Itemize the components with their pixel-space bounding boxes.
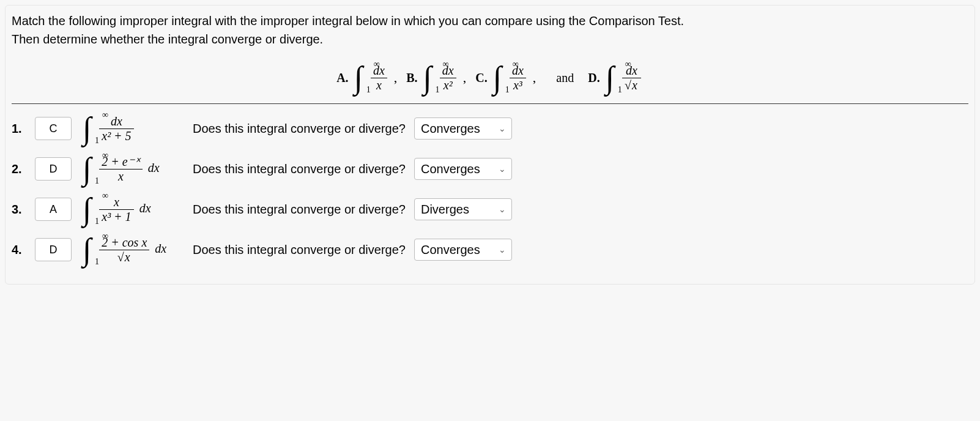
option-D-label: D. <box>588 71 600 85</box>
integral-icon: ∫ <box>83 234 91 266</box>
int-upper: ∞ <box>102 231 108 241</box>
int-lower: 1 <box>95 176 99 186</box>
dx: dx <box>148 161 160 174</box>
int-upper: ∞ <box>513 59 519 69</box>
option-C-label: C. <box>475 71 487 85</box>
converge-select[interactable]: ConvergesDiverges <box>414 158 512 180</box>
comma: , <box>463 70 467 86</box>
match-answer-input[interactable] <box>35 238 72 261</box>
integral-4: ∫ ∞ 1 2 + cos x x dx <box>80 234 184 266</box>
question-number: 1. <box>12 122 26 136</box>
integral-icon: ∫ <box>606 62 614 94</box>
int-upper: ∞ <box>102 110 108 120</box>
frac-den: x <box>622 78 641 92</box>
frac-den: x <box>371 78 387 92</box>
converge-select-wrap: ConvergesDiverges ⌄ <box>414 117 512 140</box>
instructions-line-1: Match the following improper integral wi… <box>12 14 684 28</box>
converge-select-wrap: ConvergesDiverges ⌄ <box>414 158 512 180</box>
option-B-label: B. <box>406 71 417 85</box>
integral-icon: ∫ <box>83 113 91 144</box>
int-lower: 1 <box>95 217 99 226</box>
question-number: 4. <box>12 243 26 257</box>
option-A-integral: ∫ ∞ 1 <box>354 62 363 94</box>
option-D-integral: ∫ ∞ 1 <box>606 62 614 94</box>
integral-1: ∫ ∞ 1 dx x² + 5 <box>80 113 184 144</box>
question-row-4: 4. ∫ ∞ 1 2 + cos x x dx Does this integr… <box>12 234 968 266</box>
separator <box>12 103 968 104</box>
converge-question: Does this integral converge or diverge? <box>193 122 406 136</box>
match-answer-input[interactable] <box>35 117 72 140</box>
int-upper: ∞ <box>102 151 108 160</box>
comma: , <box>394 70 398 86</box>
option-B-integral: ∫ ∞ 1 <box>423 62 432 94</box>
frac-den: x² <box>440 78 456 92</box>
converge-select[interactable]: ConvergesDiverges <box>414 198 512 220</box>
integral-icon: ∫ <box>83 193 91 225</box>
question-panel: Match the following improper integral wi… <box>5 5 975 285</box>
int-lower: 1 <box>436 85 440 95</box>
comma: , <box>533 70 536 86</box>
instructions-line-2: Then determine whether the integral conv… <box>12 32 323 46</box>
match-answer-input[interactable] <box>35 198 72 221</box>
question-row-1: 1. ∫ ∞ 1 dx x² + 5 Does this integral co… <box>12 113 968 144</box>
integral-icon: ∫ <box>354 62 363 94</box>
int-lower: 1 <box>95 136 99 146</box>
integral-icon: ∫ <box>493 62 502 94</box>
comparison-options: A. ∫ ∞ 1 dx x , B. ∫ ∞ 1 dx x² , C. ∫ ∞ … <box>12 62 968 94</box>
dx: dx <box>139 201 151 215</box>
frac-den: x³ <box>510 78 526 92</box>
option-A-label: A. <box>336 71 348 85</box>
sqrt-icon: x <box>117 250 132 264</box>
question-row-2: 2. ∫ ∞ 1 2 + e⁻ˣ x dx Does this integral… <box>12 153 968 185</box>
sqrt-icon: x <box>625 78 639 92</box>
int-upper: ∞ <box>374 59 380 69</box>
and-word: and <box>556 71 574 85</box>
integral-3: ∫ ∞ 1 x x³ + 1 dx <box>80 193 184 225</box>
int-upper: ∞ <box>443 59 449 69</box>
converge-select-wrap: ConvergesDiverges ⌄ <box>414 198 512 220</box>
frac-den: x² + 5 <box>99 129 133 143</box>
converge-select-wrap: ConvergesDiverges ⌄ <box>414 239 512 261</box>
int-upper: ∞ <box>625 59 631 69</box>
int-lower: 1 <box>618 85 622 95</box>
int-lower: 1 <box>505 85 510 95</box>
instructions: Match the following improper integral wi… <box>12 12 968 48</box>
converge-question: Does this integral converge or diverge? <box>193 243 406 257</box>
match-answer-input[interactable] <box>35 157 72 181</box>
integral-icon: ∫ <box>423 62 432 94</box>
int-lower: 1 <box>95 257 99 267</box>
question-number: 3. <box>12 203 26 217</box>
integral-icon: ∫ <box>83 153 91 185</box>
converge-question: Does this integral converge or diverge? <box>193 162 406 176</box>
frac-den: x <box>99 250 149 264</box>
question-number: 2. <box>12 162 26 176</box>
converge-select[interactable]: ConvergesDiverges <box>414 239 512 261</box>
dx: dx <box>155 242 166 255</box>
frac-den: x <box>99 169 142 184</box>
int-upper: ∞ <box>102 191 108 201</box>
converge-question: Does this integral converge or diverge? <box>193 203 406 217</box>
frac-den: x³ + 1 <box>99 209 133 224</box>
converge-select[interactable]: ConvergesDiverges <box>414 117 512 140</box>
question-row-3: 3. ∫ ∞ 1 x x³ + 1 dx Does this integral … <box>12 193 968 225</box>
integral-2: ∫ ∞ 1 2 + e⁻ˣ x dx <box>80 153 184 185</box>
option-C-integral: ∫ ∞ 1 <box>493 62 502 94</box>
int-lower: 1 <box>366 85 371 95</box>
